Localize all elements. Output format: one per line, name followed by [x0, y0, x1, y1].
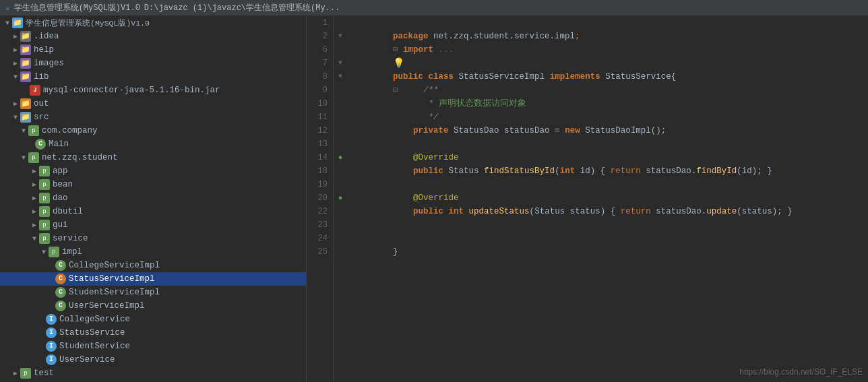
- gutter-13: [334, 137, 347, 151]
- project-path: D:\javazc (1)\javazc\学生信息管理系统(My...: [144, 2, 340, 13]
- sidebar-item-status-impl[interactable]: C StatusServiceImpl: [0, 272, 306, 286]
- label-service: service: [53, 234, 88, 243]
- label-status-impl: StatusServiceImpl: [69, 274, 155, 284]
- sidebar-item-root[interactable]: ▼ 📁 学生信息管理系统(MySQL版)V1.0: [0, 16, 306, 30]
- gutter-9: [334, 84, 347, 97]
- sidebar-item-net-zzq-student[interactable]: ▼ p net.zzq.student: [0, 151, 306, 164]
- class-icon-user-impl: C: [55, 300, 66, 311]
- code-line-19: @Override: [352, 178, 863, 191]
- ln22: 22: [318, 205, 328, 218]
- line-num-1: 1: [312, 16, 328, 30]
- label-help: help: [34, 45, 54, 55]
- sidebar-item-student-service[interactable]: I StudentService: [0, 340, 306, 353]
- app-icon: ☕: [5, 3, 10, 12]
- sidebar-item-idea[interactable]: ▶ 📁 .idea: [0, 30, 306, 43]
- sidebar-item-mysql-jar[interactable]: J mysql-connector-java-5.1.16-bin.jar: [0, 84, 306, 97]
- sidebar-item-student-impl[interactable]: C StudentServiceImpl: [0, 286, 306, 299]
- gutter-1: [334, 16, 347, 30]
- gutter-7: ▼: [334, 57, 347, 70]
- folder-icon-root: 📁: [12, 18, 23, 28]
- arrow-help: ▶: [11, 46, 20, 54]
- arrow-service: ▼: [30, 235, 39, 243]
- label-dbutil: dbutil: [53, 207, 83, 216]
- interface-icon-user-service: I: [46, 354, 57, 365]
- ln12: 12: [318, 124, 328, 137]
- arrow-test: ▶: [11, 369, 20, 377]
- label-mysql-jar: mysql-connector-java-5.1.16-bin.jar: [43, 86, 220, 95]
- package-icon-service: p: [39, 233, 50, 244]
- class-icon-main: C: [35, 139, 46, 150]
- line-num-9: 9: [312, 84, 328, 97]
- sidebar-item-test[interactable]: ▶ p test: [0, 367, 306, 380]
- package-icon-dbutil: p: [39, 206, 50, 217]
- label-out: out: [34, 99, 49, 108]
- arrow-impl: ▼: [39, 249, 49, 256]
- line-num-10: 10: [312, 97, 328, 110]
- ln19: 19: [318, 178, 328, 191]
- gutter-20[interactable]: ●: [334, 191, 347, 205]
- sidebar-item-impl[interactable]: ▼ p impl: [0, 245, 306, 259]
- package-icon-dao: p: [39, 193, 50, 203]
- arrow-out: ▶: [11, 100, 20, 108]
- package-icon-impl: p: [49, 247, 59, 257]
- package-icon-bean: p: [39, 179, 50, 190]
- line-num-19: 19: [312, 178, 328, 191]
- sidebar-item-user-impl[interactable]: C UserServiceImpl: [0, 299, 306, 313]
- label-student-service: StudentService: [59, 342, 130, 351]
- label-net-zzq-student: net.zzq.student: [42, 153, 118, 162]
- editor-gutter: ▼ ▼ ▼ ● ●: [334, 16, 347, 382]
- line-num-12: 12: [312, 124, 328, 137]
- main-layout: ▼ 📁 学生信息管理系统(MySQL版)V1.0 ▶ 📁 .idea ▶ 📁 h…: [0, 16, 868, 382]
- line-num-23: 23: [312, 218, 328, 232]
- ln1: 1: [323, 16, 328, 30]
- code-area[interactable]: package net.zzq.student.service.impl; ⊟ …: [347, 16, 868, 382]
- folder-icon-help: 📁: [20, 44, 31, 55]
- label-dao: dao: [53, 193, 68, 203]
- sidebar-item-src[interactable]: ▼ 📁 src: [0, 110, 306, 124]
- sidebar-item-user-service[interactable]: I UserService: [0, 353, 306, 367]
- line-num-8: 8: [312, 70, 328, 84]
- ln13: 13: [318, 137, 328, 151]
- sidebar-item-main[interactable]: C Main: [0, 137, 306, 151]
- sidebar-item-out[interactable]: ▶ 📁 out: [0, 97, 306, 110]
- arrow-images: ▶: [11, 59, 20, 67]
- watermark: https://blog.csdn.net/SO_IF_ELSE: [739, 367, 863, 377]
- sidebar-item-help[interactable]: ▶ 📁 help: [0, 43, 306, 57]
- class-icon-status-impl: C: [55, 274, 66, 284]
- sidebar-item-college-service[interactable]: I CollegeService: [0, 313, 306, 326]
- sidebar-item-com-company[interactable]: ▼ p com.company: [0, 124, 306, 137]
- line-num-20: 20: [312, 191, 328, 205]
- code-line-1: package net.zzq.student.service.impl;: [352, 16, 863, 30]
- sidebar-item-college-impl[interactable]: C CollegeServiceImpl: [0, 259, 306, 272]
- code-editor[interactable]: 1 2 6 7 8 9 10 11 12 13 14 18 19 20 22 2…: [307, 16, 868, 382]
- arrow-com-company: ▼: [19, 127, 28, 135]
- sidebar-item-dao[interactable]: ▶ p dao: [0, 191, 306, 205]
- gutter-12: [334, 124, 347, 137]
- sidebar-item-bean[interactable]: ▶ p bean: [0, 178, 306, 191]
- arrow-gui: ▶: [30, 221, 39, 229]
- label-college-impl: CollegeServiceImpl: [69, 261, 160, 270]
- sidebar-item-status-service[interactable]: I StatusService: [0, 326, 306, 340]
- ln7: 7: [323, 57, 328, 70]
- gutter-19: [334, 178, 347, 191]
- gutter-14[interactable]: ●: [334, 151, 347, 164]
- label-idea: .idea: [34, 32, 59, 41]
- arrow-net-zzq-student: ▼: [19, 154, 28, 162]
- sidebar-item-app[interactable]: ▶ p app: [0, 164, 306, 178]
- title-bar: ☕ 学生信息管理系统(MySQL版)V1.0 D:\javazc (1)\jav…: [0, 0, 868, 16]
- arrow-bean: ▶: [30, 181, 39, 189]
- label-impl: impl: [62, 247, 82, 257]
- sidebar-item-dbutil[interactable]: ▶ p dbutil: [0, 205, 306, 218]
- interface-icon-status-service: I: [46, 327, 57, 338]
- sidebar-item-service[interactable]: ▼ p service: [0, 232, 306, 245]
- ln18: 18: [318, 164, 328, 178]
- label-app: app: [53, 166, 68, 176]
- sidebar-item-lib[interactable]: ▼ 📁 lib: [0, 70, 306, 84]
- ln2: 2: [323, 30, 328, 43]
- code-line-7: public class StatusServiceImpl implement…: [352, 57, 863, 70]
- class-icon-college-impl: C: [55, 260, 66, 271]
- ln6: 6: [323, 43, 328, 57]
- sidebar-item-gui[interactable]: ▶ p gui: [0, 218, 306, 232]
- package-icon-net-zzq-student: p: [28, 152, 39, 163]
- sidebar-item-images[interactable]: ▶ 📁 images: [0, 57, 306, 70]
